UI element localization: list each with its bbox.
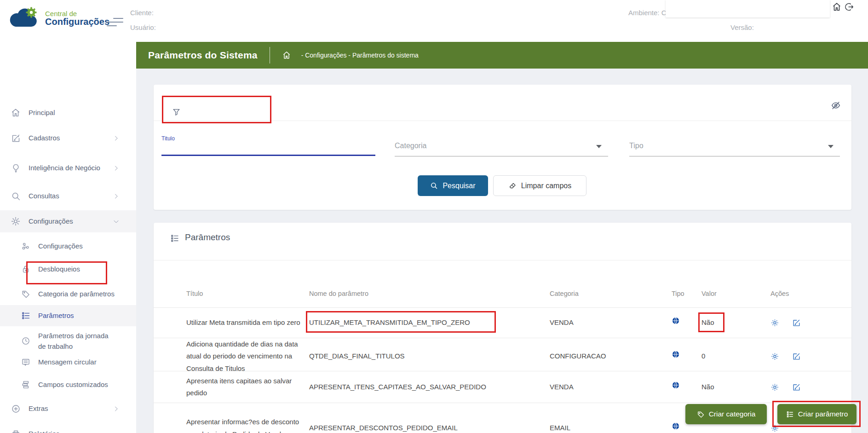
sidebar-item-label: Desbloqueios [38, 264, 115, 274]
sidebar-item-label: Mensagem circular [38, 357, 115, 367]
table-row: Adiciona quantidade de dias na data atua… [154, 338, 851, 371]
cell-categoria: VENDA [550, 381, 672, 393]
cell-acoes [770, 383, 844, 392]
sidebar-item-label: Categoria de parâmetros [38, 289, 115, 299]
cell-acoes [770, 352, 844, 361]
col-header-valor: Valor [701, 288, 770, 300]
sidebar-subitem-parametros[interactable]: Parâmetros [0, 305, 136, 326]
sidebar-item-label: Relatórios [29, 428, 108, 433]
create-category-button[interactable]: Criar categoria [685, 404, 767, 424]
clear-fields-button[interactable]: Limpar campos [493, 175, 586, 196]
sidebar-subitem-mensagem-circular[interactable]: Mensagem circular [0, 352, 136, 372]
environment-label: Ambiente: C [628, 9, 667, 17]
list-icon [170, 234, 179, 245]
breadcrumb-home-icon[interactable] [282, 51, 291, 60]
sidebar-item-consultas[interactable]: Consultas [0, 186, 136, 206]
tag-icon [20, 289, 31, 300]
edit-icon [10, 133, 21, 144]
tipo-dropdown-arrow-icon[interactable] [828, 145, 834, 148]
sidebar-subitem-campos-customizados[interactable]: Campos customizados [0, 375, 136, 395]
sidebar-subitem-desbloqueios[interactable]: Desbloqueios [0, 259, 136, 279]
table-row: Apresenta itens capitaes ao salvar pedid… [154, 371, 851, 403]
cell-categoria: CONFIGURACAO [550, 350, 672, 362]
sidebar-item-cadastros[interactable]: Cadastros [0, 128, 136, 148]
categoria-dropdown-arrow-icon[interactable] [596, 145, 602, 148]
globe-icon [672, 350, 701, 362]
eraser-icon [508, 182, 517, 190]
sidebar-subitem-configuracoes[interactable]: Configurações [0, 236, 136, 256]
logout-icon[interactable] [844, 2, 854, 12]
home-icon[interactable] [832, 2, 842, 12]
cell-valor: 0 [701, 350, 770, 362]
top-bar: Central de Configurações Cliente: Usuári… [0, 0, 868, 42]
sidebar-item-relatorios[interactable]: Relatórios [0, 424, 136, 433]
clear-fields-button-label: Limpar campos [521, 182, 571, 190]
cell-valor: Não [701, 381, 770, 393]
cell-titulo: Apresentar informac?es de desconto no re… [186, 416, 309, 433]
create-parameter-button[interactable]: Criar parâmetro [777, 404, 857, 424]
unlock-icon [20, 264, 31, 275]
redaction-overlay [666, 0, 830, 17]
clock-icon [20, 335, 31, 346]
sidebar-item-label: Campos customizados [38, 379, 115, 390]
sidebar-item-extras[interactable]: Extras [0, 398, 136, 419]
sidebar-item-label: Extras [29, 403, 108, 414]
sidebar-item-label: Configurações [29, 216, 108, 226]
list-icon [786, 410, 794, 418]
sidebar-item-label: Inteligência de Negócio [29, 162, 108, 173]
sidebar-item-inteligencia[interactable]: Inteligência de Negócio [0, 154, 136, 182]
sidebar-item-label: Principal [29, 107, 108, 118]
edit-action-icon[interactable] [792, 352, 801, 361]
chevron-right-icon [113, 193, 120, 200]
cell-titulo: Adiciona quantidade de dias na data atua… [186, 338, 309, 375]
breadcrumb: - Configurações - Parâmetros do sistema [301, 52, 419, 59]
parameters-title: Parâmetros [185, 232, 230, 242]
settings-action-icon[interactable] [770, 318, 779, 327]
cell-categoria: EMAIL [550, 422, 672, 433]
create-parameter-label: Criar parâmetro [798, 410, 848, 418]
cloud-gear-logo-icon [7, 6, 40, 30]
tipo-select[interactable] [629, 156, 840, 156]
sidebar-nav: Principal Cadastros Inteligência de Negó… [0, 42, 136, 433]
bulb-icon [10, 162, 21, 173]
hub-icon [20, 241, 31, 252]
sidebar-item-principal[interactable]: Principal [0, 103, 136, 123]
version-label: Versão: [730, 23, 754, 31]
cell-titulo: Apresenta itens capitaes ao salvar pedid… [186, 375, 309, 399]
menu-toggle-button[interactable] [107, 15, 124, 27]
categoria-select-label: Categoria [395, 142, 426, 150]
categoria-select[interactable] [395, 156, 608, 156]
plus-circle-icon [10, 403, 21, 414]
home-icon [10, 107, 21, 118]
search-icon [10, 191, 21, 202]
cell-categoria: VENDA [550, 317, 672, 329]
cell-acoes [770, 424, 844, 433]
header-divider [270, 47, 270, 64]
edit-action-icon[interactable] [792, 318, 801, 327]
sidebar-subitem-categoria-parametros[interactable]: Categoria de parâmetros [0, 280, 136, 308]
sidebar-item-label: Parâmetros da jornada de trabalho [38, 330, 115, 352]
chevron-down-icon [113, 218, 120, 225]
cell-nome: UTILIZAR_META_TRANSMITIDA_EM_TIPO_ZERO [309, 317, 550, 329]
cell-nome: APRESENTAR_DESCONTOS_PEDIDO_EMAIL [309, 422, 550, 433]
cell-nome: APRESENTA_ITENS_CAPITAES_AO_SALVAR_PEDID… [309, 381, 550, 393]
hide-filters-icon[interactable] [831, 100, 841, 112]
edit-action-icon[interactable] [792, 383, 801, 392]
parameters-divider [154, 260, 851, 260]
layers-icon [20, 379, 31, 390]
titulo-input[interactable] [161, 155, 375, 156]
create-category-label: Criar categoria [709, 410, 756, 418]
sidebar-subitem-parametros-jornada[interactable]: Parâmetros da jornada de trabalho [0, 327, 136, 355]
tipo-select-label: Tipo [629, 142, 644, 150]
search-button[interactable]: Pesquisar [418, 175, 488, 196]
filter-funnel-icon [172, 108, 181, 118]
sidebar-item-configuracoes[interactable]: Configurações [0, 210, 136, 232]
settings-action-icon[interactable] [770, 352, 779, 361]
app-logo[interactable]: Central de Configurações [7, 6, 109, 30]
sidebar-item-label: Consultas [29, 191, 108, 201]
page-title: Parâmetros do Sistema [148, 50, 258, 61]
app-window: Central de Configurações Cliente: Usuári… [0, 0, 868, 433]
settings-action-icon[interactable] [770, 424, 779, 433]
settings-action-icon[interactable] [770, 383, 779, 392]
cell-nome: QTDE_DIAS_FINAL_TITULOS [309, 350, 550, 362]
